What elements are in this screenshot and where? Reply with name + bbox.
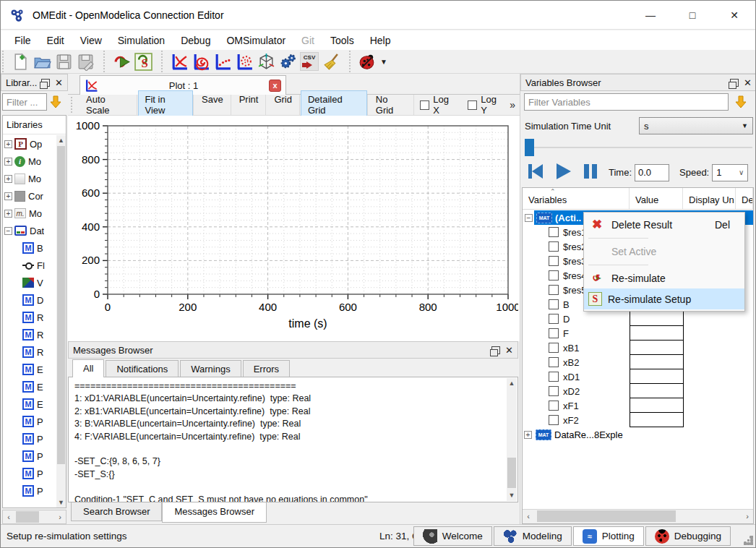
menu-item[interactable]: File [7,32,39,49]
tree-expander-icon[interactable]: + [4,158,12,166]
menu-item[interactable]: View [72,32,110,49]
variable-checkbox[interactable] [549,285,559,295]
scroll-left-icon[interactable]: ‹ [3,510,14,523]
time-input[interactable]: 0.0 [635,164,669,181]
menu-item[interactable]: Edit [39,32,72,49]
scroll-right-icon[interactable]: › [742,510,753,523]
column-header-description[interactable]: Desc [736,188,753,209]
float-dock-icon[interactable] [491,346,500,354]
debug-button[interactable] [356,51,378,72]
minimize-button[interactable]: — [630,1,671,30]
close-dock-icon[interactable]: ✕ [505,345,513,356]
variable-value-cell[interactable] [630,354,684,369]
library-tree-item[interactable]: M E [3,395,56,413]
tree-expander-icon[interactable]: + [4,140,12,148]
close-dock-icon[interactable]: ✕ [744,77,752,88]
variable-checkbox[interactable] [549,270,559,281]
rewind-button[interactable] [526,162,545,183]
new-array-plot-window-button[interactable] [212,51,233,72]
maximize-button[interactable]: □ [671,1,713,30]
menu-item[interactable]: Debug [173,32,218,49]
variable-checkbox[interactable] [549,372,559,382]
plot-toolbar-button[interactable]: Save [194,90,231,119]
column-header-display-unit[interactable]: Display Un [683,188,736,209]
checkbox-icon[interactable] [468,100,477,110]
perspective-button[interactable]: Modeling [494,526,572,546]
menu-item[interactable]: Simulation [110,32,173,49]
column-header-variables[interactable]: Variables [523,188,630,209]
menu-item[interactable]: Git [293,32,322,49]
float-dock-icon[interactable] [730,79,739,87]
scroll-down-icon[interactable]: ▼ [507,490,517,501]
speed-combobox[interactable]: 1 ∨ [712,164,748,181]
scrollbar-thumb[interactable] [57,146,65,464]
plot-toolbar-button[interactable]: Detailed Grid [301,90,367,119]
plot-toolbar-button[interactable]: Grid [267,90,299,119]
scroll-up-icon[interactable]: ▲ [56,135,66,145]
plot-log-checkbox[interactable]: Log Y [462,91,510,119]
browser-tab[interactable]: Messages Browser [162,502,267,523]
tree-expander-icon[interactable]: + [4,192,12,200]
library-tree-item[interactable]: M P [3,482,56,500]
new-array-parametric-plot-window-button[interactable] [233,51,255,72]
menu-item[interactable]: Help [362,32,399,49]
new-plot-window-button[interactable] [168,51,190,72]
variable-checkbox[interactable] [549,357,559,367]
library-tree-item[interactable]: M D [3,291,56,309]
scrollbar-thumb[interactable] [16,511,39,523]
perspective-button[interactable]: Welcome [413,526,492,546]
debug-dropdown-caret-icon[interactable]: ▼ [380,58,387,66]
variable-value-cell[interactable] [630,325,684,341]
messages-tab[interactable]: All [72,359,104,377]
3d-visualization-button[interactable] [255,51,277,72]
variables-filter-input[interactable] [524,93,729,111]
close-plot-tab-icon[interactable]: x [269,80,281,92]
new-parametric-plot-window-button[interactable] [190,51,212,72]
tree-expander-icon[interactable]: + [4,175,12,183]
scroll-right-icon[interactable]: › [54,510,66,523]
variable-checkbox[interactable] [549,241,559,252]
library-tree-item[interactable]: − Dat [3,222,56,239]
variable-checkbox[interactable] [549,328,559,338]
plot-area[interactable]: 0200400600800100002004006008001000time (… [68,116,520,341]
library-tree-item[interactable]: + P Op [3,135,56,153]
variable-row[interactable]: xD1 [523,369,753,384]
context-menu-item[interactable] [584,262,744,267]
variable-value-cell[interactable] [630,340,684,355]
save-as-button[interactable] [74,51,96,72]
browser-tab[interactable]: Search Browser [71,502,162,521]
variable-value-cell[interactable] [630,398,684,413]
variable-row[interactable]: xF2 [523,413,753,427]
variable-value-cell[interactable] [630,383,684,398]
save-button[interactable] [53,51,74,72]
pause-button[interactable] [581,162,600,183]
library-tree-item[interactable]: M P [3,448,56,465]
library-tree-item[interactable]: M E [3,378,56,395]
menu-item[interactable]: OMSimulator [218,32,293,49]
library-tree-item[interactable]: + Mo [3,205,56,222]
close-button[interactable]: ✕ [713,1,755,30]
scroll-left-icon[interactable]: ‹ [523,510,534,523]
messages-output[interactable]: ========================================… [68,377,518,502]
column-header-value[interactable]: Value [630,188,683,209]
plot-log-checkbox[interactable]: Log X [414,91,462,119]
perspective-button[interactable]: Plotting [573,526,644,546]
expand-filter-icon[interactable] [732,94,749,110]
library-tree-item[interactable]: + i Mo [3,153,56,170]
variable-row[interactable]: xF1 [523,398,753,413]
variable-value-cell[interactable] [630,412,684,427]
variable-row[interactable]: xD2 [523,384,753,398]
library-tree-item[interactable]: V [3,274,56,291]
variable-row[interactable]: D [523,312,753,326]
library-tree-item[interactable]: M P [3,430,56,448]
gears-animation-button[interactable] [277,51,298,72]
tree-expander-icon[interactable]: + [4,210,12,218]
variable-checkbox[interactable] [549,299,559,309]
library-tree-item[interactable]: M E [3,361,56,378]
simulation-time-slider[interactable] [525,139,752,156]
tree-expander-icon[interactable]: + [524,431,532,439]
plot-toolbar-button[interactable]: Print [232,90,266,119]
variable-row[interactable]: F [523,326,753,341]
plot-toolbar-button[interactable]: Auto Scale [79,90,137,119]
re-simulate-button[interactable] [111,51,132,72]
